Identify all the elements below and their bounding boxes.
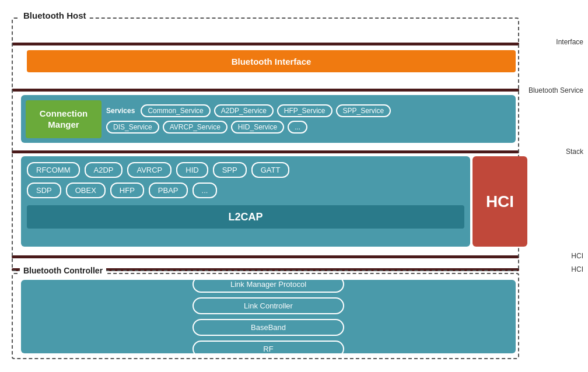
proto-a2dp: A2DP — [85, 162, 123, 178]
diagram-container: Interface Bluetooth Service Stack HCI HC… — [0, 0, 588, 372]
hci-label: HCI — [486, 192, 514, 211]
connection-manager-label: ConnectionManger — [40, 108, 88, 131]
services-area: Services Common_Service A2DP_Service HFP… — [106, 100, 511, 138]
connection-manager-box: ConnectionManger — [26, 100, 102, 138]
controller-chip-lmp: Link Manager Protocol — [192, 276, 344, 293]
label-hci-bottom: HCI — [571, 265, 583, 273]
label-stack: Stack — [566, 148, 583, 156]
protocol-row-1: RFCOMM A2DP AVRCP HID SPP GATT — [27, 162, 464, 178]
bluetooth-interface-bar: Bluetooth Interface — [27, 50, 516, 72]
controller-inner-box: Link Manager Protocol Link Controller Ba… — [21, 280, 516, 353]
proto-obex: OBEX — [66, 183, 106, 198]
label-hci-top: HCI — [571, 252, 583, 260]
label-bluetooth-service: Bluetooth Service — [528, 86, 583, 94]
service-chip-a2dp: A2DP_Service — [214, 104, 274, 117]
proto-sdp: SDP — [27, 183, 61, 198]
service-chip-avrcp: AVRCP_Service — [163, 121, 228, 134]
protocol-row-2: SDP OBEX HFP PBAP ... — [27, 183, 464, 198]
service-chip-spp: SPP_Service — [336, 104, 391, 117]
proto-avrcp: AVRCP — [127, 162, 172, 178]
protocol-stack-box: RFCOMM A2DP AVRCP HID SPP GATT SDP OBEX … — [21, 156, 470, 247]
bluetooth-host-label: Bluetooth Host — [20, 10, 89, 20]
service-chip-more: ... — [288, 121, 307, 134]
bluetooth-controller-label: Bluetooth Controller — [20, 266, 106, 275]
l2cap-label: L2CAP — [228, 211, 262, 223]
controller-chip-lc: Link Controller — [192, 297, 344, 314]
l2cap-bar: L2CAP — [27, 205, 464, 229]
hci-box: HCI — [473, 156, 527, 247]
services-label: Services — [106, 107, 135, 115]
controller-chip-rf: RF — [192, 341, 344, 357]
proto-pbap: PBAP — [149, 183, 188, 198]
bt-service-row: ConnectionManger Services Common_Service… — [21, 95, 516, 143]
services-row-1: Services Common_Service A2DP_Service HFP… — [106, 104, 511, 117]
proto-spp: SPP — [213, 162, 247, 178]
controller-chip-baseband: BaseBand — [192, 319, 344, 336]
services-row-2: DIS_Service AVRCP_Service HID_Service ..… — [106, 121, 511, 134]
proto-hid: HID — [176, 162, 208, 178]
proto-more: ... — [192, 183, 218, 198]
label-interface: Interface — [556, 38, 583, 46]
proto-hfp: HFP — [110, 183, 144, 198]
bluetooth-interface-label: Bluetooth Interface — [232, 57, 312, 66]
proto-gatt: GATT — [251, 162, 290, 178]
service-chip-common: Common_Service — [141, 104, 210, 117]
service-chip-dis: DIS_Service — [106, 121, 159, 134]
service-chip-hfp: HFP_Service — [277, 104, 332, 117]
proto-rfcomm: RFCOMM — [27, 162, 80, 178]
service-chip-hid: HID_Service — [231, 121, 284, 134]
